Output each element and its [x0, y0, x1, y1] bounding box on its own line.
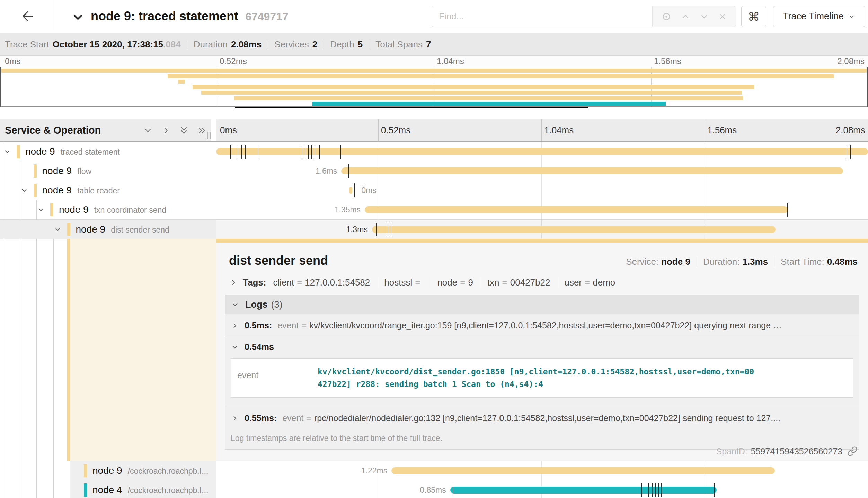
span-bar-cell: 0.85ms: [216, 480, 868, 498]
chevron-down-icon: [848, 13, 856, 20]
log-marker: [319, 145, 320, 159]
span-bar-cell: 1.6ms: [216, 161, 868, 181]
span-row[interactable]: node 9table reader0ms: [0, 181, 868, 200]
log-entry[interactable]: 0.55ms: event= rpc/nodedialer/nodedialer…: [225, 407, 859, 429]
log-expand-chevron-icon[interactable]: [231, 414, 239, 423]
span-rows-area: node 9traced statementnode 9flow1.6msnod…: [0, 142, 868, 498]
log-event-value: kv/kvclient/kvcoord/dist_sender.go:1850 …: [318, 365, 756, 390]
timeline-minimap[interactable]: [0, 67, 868, 107]
page-title: node 9: traced statement 6749717: [91, 9, 289, 24]
minimap-scrubber[interactable]: [235, 107, 588, 108]
span-row[interactable]: node 9txn coordinator send1.35ms: [0, 200, 868, 219]
collapse-one-icon[interactable]: [143, 125, 153, 136]
tags-row[interactable]: Tags: client=127.0.0.1:54582 hostssl= no…: [229, 277, 858, 288]
span-row[interactable]: node 4/cockroach.roachpb.I...0.85ms: [0, 480, 868, 498]
deep-link-icon[interactable]: [847, 446, 858, 456]
expand-one-icon[interactable]: [161, 125, 171, 136]
back-button[interactable]: [0, 0, 55, 33]
span-duration-bar[interactable]: [349, 187, 352, 194]
span-detail-meta: Service:node 9 Duration:1.3ms Start Time…: [626, 256, 858, 267]
children-toggle-chevron-icon[interactable]: [20, 186, 28, 194]
span-duration-bar[interactable]: [216, 148, 868, 155]
locate-icon[interactable]: [661, 11, 672, 22]
find-bar: [432, 6, 736, 27]
log-marker: [847, 145, 847, 159]
log-marker: [311, 145, 312, 159]
logs-section: Logs (3) 0.5ms: event= kv/kvclient/kvcoo…: [225, 295, 859, 450]
span-row[interactable]: node 9flow1.6ms: [0, 161, 868, 181]
log-marker: [302, 145, 302, 159]
log-entry[interactable]: 0.5ms: event= kv/kvclient/kvcoord/range_…: [225, 314, 859, 337]
next-match-icon[interactable]: [699, 11, 709, 22]
span-duration-bar[interactable]: [365, 206, 788, 213]
span-name-cell[interactable]: node 9dist sender send: [0, 220, 216, 239]
tags-expand-chevron-icon[interactable]: [229, 278, 238, 287]
span-name-cell[interactable]: node 9table reader: [0, 181, 216, 200]
duration-label: 1.6ms: [316, 161, 337, 181]
log-marker: [238, 145, 238, 159]
service-color-bar: [84, 464, 87, 477]
view-selector-label: Trace Timeline: [783, 11, 844, 22]
span-row[interactable]: node 9traced statement: [0, 142, 868, 161]
span-name-cell[interactable]: node 9flow: [0, 161, 216, 181]
minimap-tick-labels: 0ms 0.52ms 1.04ms 1.56ms 2.08ms: [0, 56, 868, 67]
span-bar-cell: 1.3ms: [216, 220, 868, 239]
log-marker: [655, 483, 656, 497]
log-marker: [391, 223, 391, 236]
log-marker: [258, 145, 258, 159]
logs-collapse-chevron-icon[interactable]: [231, 300, 240, 309]
find-controls: [652, 6, 736, 27]
children-toggle-chevron-icon[interactable]: [3, 147, 11, 156]
duration-label: 1.35ms: [335, 200, 361, 219]
expand-all-icon[interactable]: [197, 125, 207, 136]
span-id-row: SpanID: 5597415943526560273: [716, 446, 858, 456]
collapse-all-icon[interactable]: [179, 125, 189, 136]
log-collapse-chevron-icon[interactable]: [231, 343, 239, 351]
span-name-cell[interactable]: node 9traced statement: [0, 142, 216, 161]
span-row[interactable]: node 9dist sender send1.3ms: [0, 219, 868, 239]
log-marker: [241, 145, 242, 159]
span-duration-bar[interactable]: [372, 226, 776, 233]
find-input[interactable]: [432, 6, 652, 27]
duration-label: 0ms: [361, 181, 376, 200]
trace-collapse-chevron-icon[interactable]: [71, 10, 85, 24]
log-entry-expanded[interactable]: 0.54ms event kv/kvclient/kvcoord/dist_se…: [225, 337, 859, 407]
tag-hostssl: hostssl=: [384, 277, 423, 288]
log-marker: [661, 483, 662, 497]
children-toggle-chevron-icon[interactable]: [37, 206, 45, 214]
span-name-cell[interactable]: node 9txn coordinator send: [0, 200, 216, 219]
log-marker: [648, 483, 649, 497]
span-duration-bar[interactable]: [341, 167, 843, 174]
span-row[interactable]: node 9/cockroach.roachpb.I...1.22ms: [0, 461, 868, 480]
span-id-value: 5597415943526560273: [751, 446, 842, 456]
column-resize-handle[interactable]: [207, 132, 211, 139]
span-name-cell[interactable]: node 9/cockroach.roachpb.I...: [0, 461, 216, 480]
logs-header[interactable]: Logs (3): [225, 295, 859, 314]
prev-match-icon[interactable]: [680, 11, 691, 22]
log-expand-chevron-icon[interactable]: [231, 322, 239, 330]
log-marker: [245, 145, 246, 159]
service-color-bar: [50, 203, 53, 216]
service-color-bar: [34, 164, 37, 178]
span-name-cell[interactable]: node 4/cockroach.roachpb.I...: [0, 480, 216, 498]
span-duration-bar[interactable]: [450, 487, 717, 494]
operation-name: table reader: [77, 186, 120, 195]
log-marker: [850, 145, 851, 159]
clear-find-icon[interactable]: [718, 12, 727, 21]
log-marker: [354, 183, 355, 197]
span-duration-bar[interactable]: [391, 467, 775, 474]
keyboard-shortcuts-button[interactable]: ⌘: [741, 6, 766, 27]
trace-duration: Duration2.08ms: [194, 39, 262, 50]
tag-user: user=demo: [564, 277, 615, 288]
trace-view-selector[interactable]: Trace Timeline: [773, 6, 865, 27]
minimap-span-bar: [193, 85, 754, 89]
children-toggle-chevron-icon[interactable]: [54, 225, 62, 234]
log-marker: [641, 483, 642, 497]
operation-name: /cockroach.roachpb.I...: [128, 486, 209, 495]
operation-name: traced statement: [61, 147, 120, 156]
log-field-table: event kv/kvclient/kvcoord/dist_sender.go…: [231, 358, 853, 398]
operation-name: txn coordinator send: [94, 206, 166, 215]
detail-span-color-bar: [67, 239, 70, 461]
trace-total-spans: Total Spans7: [375, 39, 431, 50]
trace-depth: Depth5: [330, 39, 363, 50]
